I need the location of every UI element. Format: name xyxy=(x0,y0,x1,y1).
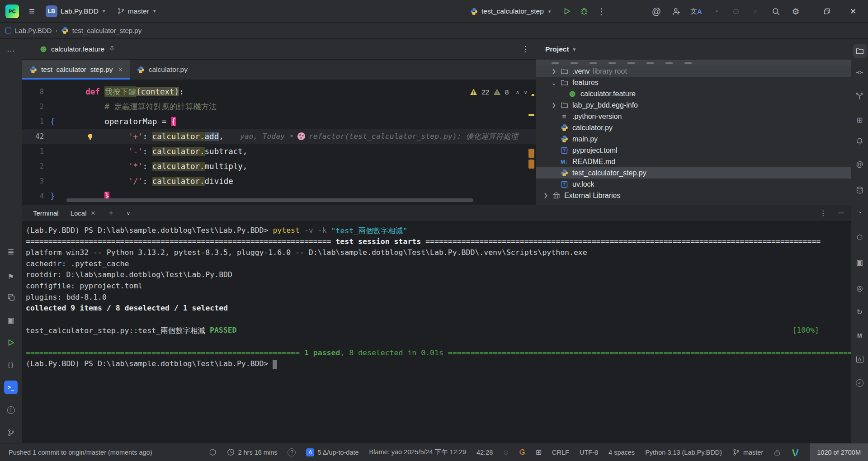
close-tab-icon[interactable]: ✕ xyxy=(91,210,96,216)
horizontal-scrollbar[interactable] xyxy=(66,198,473,202)
changes-widget[interactable]: Δ 5 Δ/up-to-date xyxy=(306,443,359,461)
terminal-dropdown-icon[interactable]: ∨ xyxy=(126,210,130,216)
code-line[interactable]: 2 '*': calculator.multiply, xyxy=(22,159,536,174)
open-file-label[interactable]: calculator.feature xyxy=(51,45,104,53)
tree-item-test-calculator-step-py[interactable]: test_calculator_step.py xyxy=(536,167,851,179)
prev-problem-icon[interactable]: ∧ xyxy=(515,89,519,95)
project-panel-title[interactable]: Project xyxy=(545,45,569,53)
sync-icon[interactable]: ↻ xyxy=(853,305,867,319)
checks-icon[interactable]: ✓ xyxy=(853,376,867,390)
pull-requests-icon[interactable] xyxy=(4,290,18,304)
memory-indicator[interactable]: 1020 of 2700M xyxy=(810,443,868,461)
more-run-options-icon[interactable]: ⋮ xyxy=(596,6,607,17)
error-stripe[interactable] xyxy=(528,80,535,205)
search-everywhere-icon[interactable] xyxy=(770,6,781,17)
commit-tool-icon[interactable] xyxy=(853,66,867,79)
editor-header-menu-icon[interactable]: ⋮ xyxy=(522,44,529,54)
project-avatar[interactable]: LB xyxy=(46,5,57,17)
pin-icon[interactable] xyxy=(108,46,115,52)
tree-item-lab-py-bdd-egg-info[interactable]: ❯lab_py_bdd.egg-info xyxy=(536,99,851,111)
tree-chevron-icon[interactable]: ❯ xyxy=(541,193,551,198)
tree-item-features[interactable]: ⌄features xyxy=(536,77,851,88)
close-button[interactable]: ✕ xyxy=(840,0,866,23)
terminal-options-icon[interactable]: ⋮ xyxy=(820,209,827,217)
tree-item-pyproject-toml[interactable]: pyproject.toml xyxy=(536,145,851,156)
more-tool-windows-icon[interactable]: ⋯ xyxy=(4,44,18,58)
project-widget[interactable]: Lab.Py.BDD xyxy=(61,7,99,15)
breadcrumb-file[interactable]: test_calculator_step.py xyxy=(72,27,142,34)
database-icon[interactable] xyxy=(853,183,867,197)
line-separator-widget[interactable]: CRLF xyxy=(552,443,569,461)
editor-tab-2[interactable]: calculator.py xyxy=(130,60,195,80)
v-plugin-icon[interactable] xyxy=(791,443,799,461)
indent-widget[interactable]: 4 spaces xyxy=(609,443,635,461)
markdown-tool-icon[interactable]: M xyxy=(853,329,867,342)
editor-tab-1[interactable]: test_calculator_step.py× xyxy=(22,60,130,80)
git-blame-widget[interactable]: Blame: yao 2025/5/24 下午 12:29 xyxy=(369,443,466,461)
run-targets-icon[interactable]: ◎ xyxy=(853,281,867,295)
breadcrumb-project[interactable]: Lab.Py.BDD xyxy=(15,27,52,34)
status-dot-icon[interactable]: ⊙ xyxy=(503,443,509,461)
caret-position-widget[interactable]: 42:28 xyxy=(476,443,493,461)
extension-grid-icon[interactable]: ⊞ xyxy=(536,443,542,461)
tree-item-calculator-feature[interactable]: calculator.feature xyxy=(536,88,851,99)
plugin-hex-icon[interactable] xyxy=(209,443,217,461)
run-icon[interactable] xyxy=(4,336,18,349)
layout-icon[interactable]: ⊞ xyxy=(853,113,867,127)
tree-item-calculator-py[interactable]: calculator.py xyxy=(536,122,851,133)
profiler-icon[interactable]: ◔ xyxy=(711,6,722,17)
close-tab-icon[interactable]: × xyxy=(119,66,123,73)
debug-button[interactable] xyxy=(579,6,590,17)
time-tracker-widget[interactable]: 2 hrs 16 mins xyxy=(227,443,277,461)
tree-row-clipped[interactable] xyxy=(536,60,851,66)
hide-terminal-icon[interactable]: ─ xyxy=(839,209,844,217)
restore-button[interactable] xyxy=(814,0,840,23)
code-line[interactable]: 42 '+': calculator.add,yao, Today •refac… xyxy=(22,129,536,144)
tree-item--venv[interactable]: ❯.venvlibrary root xyxy=(536,66,851,77)
code-line[interactable]: 3 '/': calculator.divide xyxy=(22,174,536,188)
search-db-icon[interactable]: ⌕ xyxy=(750,6,761,17)
settings-sync-icon[interactable]: ⊙ xyxy=(731,6,741,17)
tree-item-readme-md[interactable]: M↓README.md xyxy=(536,156,851,167)
inspections-widget[interactable]: 22 8 ∧ ∨ xyxy=(465,87,532,97)
coverage-icon[interactable]: ◔ xyxy=(853,206,867,219)
terminal-title[interactable]: Terminal xyxy=(33,209,59,217)
bookmarks-icon[interactable]: ⚑ xyxy=(4,270,18,283)
next-problem-icon[interactable]: ∨ xyxy=(524,89,528,95)
help-widget[interactable]: ? xyxy=(288,443,296,461)
code-line[interactable]: 2 # 定義運算符對應的計算機方法 xyxy=(22,99,536,114)
lock-icon[interactable] xyxy=(774,443,781,461)
build-icon[interactable]: ▣ xyxy=(853,255,867,269)
tree-item-uv-lock[interactable]: uv.lock xyxy=(536,179,851,190)
tree-chevron-icon[interactable]: ❯ xyxy=(549,68,559,74)
project-tool-icon[interactable] xyxy=(853,44,867,58)
branch-widget[interactable]: master xyxy=(128,7,149,15)
code-with-me-icon[interactable] xyxy=(671,6,682,17)
problems-icon[interactable]: ! xyxy=(4,403,18,417)
ai-assistant-icon[interactable]: @ xyxy=(853,158,867,171)
status-message[interactable]: Pushed 1 commit to origin/master (moment… xyxy=(9,449,152,456)
git-branch-widget[interactable]: master xyxy=(732,443,763,461)
intention-bulb-icon[interactable] xyxy=(86,132,94,140)
google-icon[interactable]: G xyxy=(519,443,525,461)
code-line[interactable]: 1 '-': calculator.subtract, xyxy=(22,144,536,159)
git-blame-inline[interactable]: yao, Today •refactor(test_calculator_ste… xyxy=(240,132,518,141)
encoding-widget[interactable]: UTF-8 xyxy=(580,443,598,461)
code-line[interactable]: 8 def 我按下鍵(context): xyxy=(22,84,536,99)
translate-icon[interactable]: 文A xyxy=(691,6,702,17)
dependencies-icon[interactable] xyxy=(853,89,867,103)
tree-item-main-py[interactable]: main.py xyxy=(536,133,851,145)
packages-icon[interactable]: ▣ xyxy=(4,313,18,327)
plugins-icon[interactable]: ⬡ xyxy=(853,230,867,244)
code-line[interactable]: 1{ operatorMap = { xyxy=(22,114,536,129)
notifications-icon[interactable] xyxy=(853,134,867,148)
minimize-button[interactable]: ─ xyxy=(788,0,814,23)
terminal-icon[interactable]: >_ xyxy=(4,381,18,394)
tree-chevron-icon[interactable]: ❯ xyxy=(549,102,559,108)
run-button[interactable] xyxy=(561,6,572,17)
translation-tool-icon[interactable]: A xyxy=(853,353,867,366)
tree-item--python-version[interactable]: ≡.python-version xyxy=(536,111,851,122)
run-configuration[interactable]: test_calculator_step xyxy=(481,7,544,15)
version-control-icon[interactable] xyxy=(4,426,18,439)
structure-icon[interactable]: ≣ xyxy=(4,245,18,259)
